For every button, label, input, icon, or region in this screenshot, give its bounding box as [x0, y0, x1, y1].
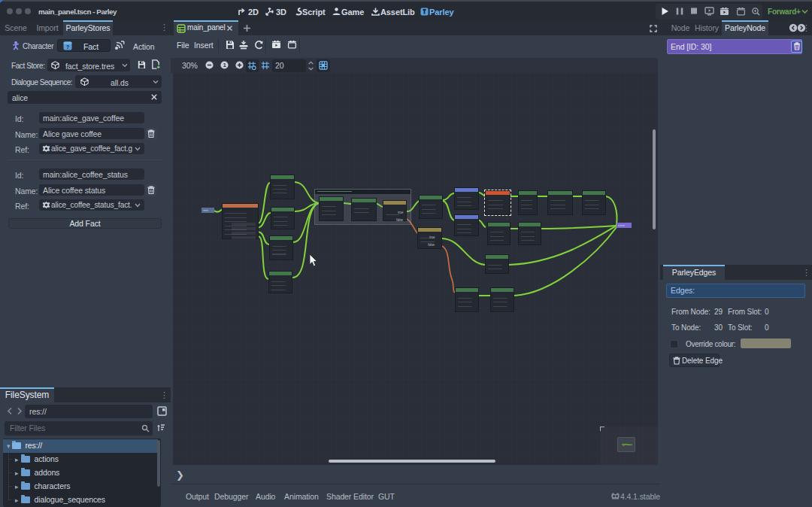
svg-text:1: 1 — [223, 62, 226, 68]
svg-text:?: ? — [66, 44, 69, 50]
